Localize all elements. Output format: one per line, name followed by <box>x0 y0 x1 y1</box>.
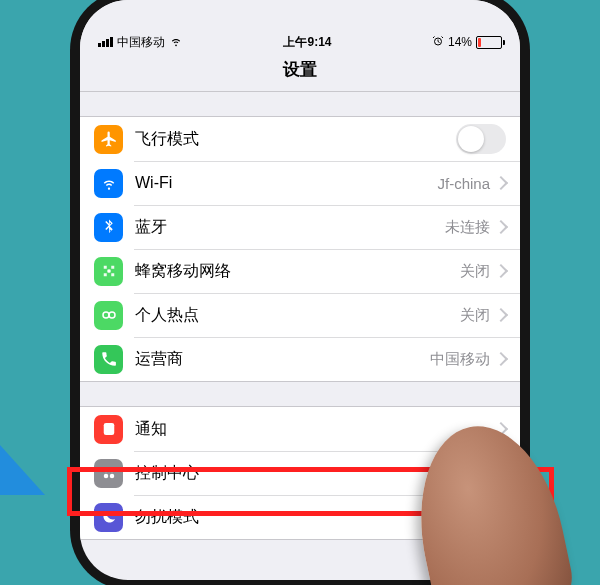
phone-frame: 中国移动 上午9:14 14% 设置 飞行模式 <box>70 0 530 585</box>
bluetooth-icon <box>94 213 123 242</box>
chevron-right-icon <box>494 466 508 480</box>
svg-point-3 <box>109 312 115 318</box>
svg-point-5 <box>103 468 108 473</box>
hotspot-icon <box>94 301 123 330</box>
row-label: 控制中心 <box>135 463 496 484</box>
page-title: 设置 <box>80 52 520 92</box>
svg-rect-4 <box>103 423 114 435</box>
carrier-label: 中国移动 <box>117 34 165 51</box>
cellular-icon <box>94 257 123 286</box>
settings-group-connectivity: 飞行模式 Wi-Fi Jf-china 蓝牙 未连接 <box>80 116 520 382</box>
row-airplane-mode[interactable]: 飞行模式 <box>80 117 520 161</box>
row-label: 个人热点 <box>135 305 460 326</box>
row-carrier[interactable]: 运营商 中国移动 <box>80 337 520 381</box>
svg-point-6 <box>109 468 114 473</box>
row-detail: Jf-china <box>437 175 490 192</box>
chevron-right-icon <box>494 422 508 436</box>
row-label: 通知 <box>135 419 496 440</box>
notifications-icon <box>94 415 123 444</box>
screen: 中国移动 上午9:14 14% 设置 飞行模式 <box>80 0 520 580</box>
chevron-right-icon <box>494 264 508 278</box>
svg-point-7 <box>103 474 108 479</box>
control-center-icon <box>94 459 123 488</box>
row-wifi[interactable]: Wi-Fi Jf-china <box>80 161 520 205</box>
row-detail: 未连接 <box>445 218 490 237</box>
wifi-icon <box>94 169 123 198</box>
row-detail: 关闭 <box>460 306 490 325</box>
svg-point-1 <box>107 270 110 273</box>
row-label: 运营商 <box>135 349 430 370</box>
decorative-corner <box>0 445 45 495</box>
chevron-right-icon <box>494 352 508 366</box>
row-label: 勿扰模式 <box>135 507 496 528</box>
signal-icon <box>98 37 113 47</box>
status-time: 上午9:14 <box>283 34 331 51</box>
row-bluetooth[interactable]: 蓝牙 未连接 <box>80 205 520 249</box>
wifi-icon <box>169 34 183 51</box>
battery-icon <box>476 36 502 49</box>
row-detail: 关闭 <box>460 262 490 281</box>
chevron-right-icon <box>494 220 508 234</box>
chevron-right-icon <box>494 308 508 322</box>
row-control-center[interactable]: 控制中心 <box>80 451 520 495</box>
moon-icon <box>94 503 123 532</box>
status-bar: 中国移动 上午9:14 14% <box>80 0 520 52</box>
row-label: 飞行模式 <box>135 129 456 150</box>
row-cellular[interactable]: 蜂窝移动网络 关闭 <box>80 249 520 293</box>
row-notifications[interactable]: 通知 <box>80 407 520 451</box>
chevron-right-icon <box>494 176 508 190</box>
airplane-icon <box>94 125 123 154</box>
svg-point-8 <box>109 474 114 479</box>
row-label: 蜂窝移动网络 <box>135 261 460 282</box>
row-detail: 中国移动 <box>430 350 490 369</box>
alarm-icon <box>432 35 444 50</box>
settings-group-system: 通知 控制中心 勿扰模式 <box>80 406 520 540</box>
battery-percent: 14% <box>448 35 472 49</box>
phone-icon <box>94 345 123 374</box>
row-hotspot[interactable]: 个人热点 关闭 <box>80 293 520 337</box>
svg-point-2 <box>103 312 109 318</box>
row-label: Wi-Fi <box>135 174 437 192</box>
chevron-right-icon <box>494 510 508 524</box>
row-dnd[interactable]: 勿扰模式 <box>80 495 520 539</box>
row-label: 蓝牙 <box>135 217 445 238</box>
airplane-switch[interactable] <box>456 124 506 154</box>
